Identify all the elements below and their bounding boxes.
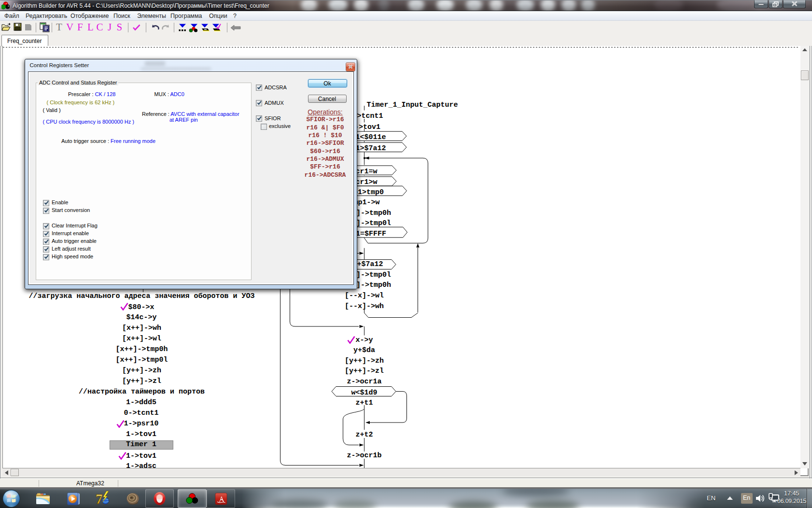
svg-text:7: 7 bbox=[96, 491, 103, 506]
